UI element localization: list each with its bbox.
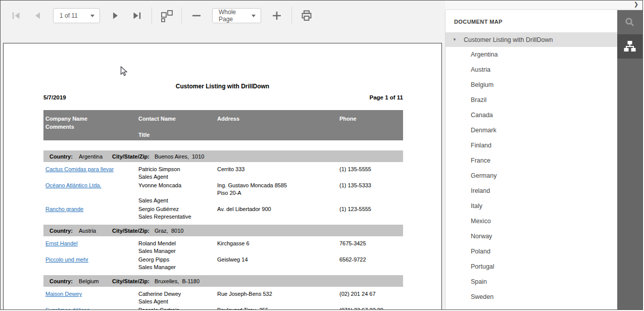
document-map-title: DOCUMENT MAP (445, 10, 618, 32)
band-city-label: City/State/Zip: (112, 228, 155, 234)
docmap-item-germany[interactable]: Germany (445, 168, 618, 183)
address-cell: Cerrito 333 (215, 166, 337, 181)
last-page-button[interactable] (126, 7, 147, 25)
company-drilldown-link[interactable]: Ernst Handel (45, 240, 78, 246)
contact-cell: Roland MendelSales Manager (136, 240, 215, 255)
print-button[interactable] (296, 7, 317, 25)
contact-line: Sales Agent (138, 298, 215, 305)
contact-line: Sales Agent (138, 173, 215, 181)
report-header-row: 5/7/2019 Page 1 of 11 (43, 94, 403, 100)
previous-page-button[interactable] (27, 7, 48, 25)
address-cell: Geislweg 14 (215, 256, 337, 271)
address-line: Av. del Libertador 900 (217, 205, 337, 213)
docmap-root-label: Customer Listing with DrillDown (464, 36, 553, 43)
contact-cell: Sergio GutiérrezSales Representative (136, 205, 215, 221)
zoom-selector-dropdown[interactable]: Whole Page (212, 8, 261, 23)
customer-row: Rancho grandeSergio GutiérrezSales Repre… (43, 205, 403, 221)
document-map-button[interactable] (617, 34, 642, 59)
company-drilldown-link[interactable]: Maison Dewey (45, 291, 82, 297)
docmap-item-mexico[interactable]: Mexico (445, 214, 618, 229)
multipage-view-button[interactable] (156, 7, 177, 25)
address-line: Piso 20-A (217, 189, 337, 197)
docmap-item-ireland[interactable]: Ireland (445, 183, 618, 198)
search-panel-button[interactable] (617, 10, 642, 34)
company-drilldown-link[interactable]: Rancho grande (45, 206, 83, 212)
column-header-phone: Phone (337, 115, 403, 139)
phone-cell: (071) 23 67 22 20 (337, 306, 403, 310)
docmap-item-france[interactable]: France (445, 153, 618, 168)
company-drilldown-link[interactable]: Cactus Comidas para llevar (45, 166, 114, 172)
band-country-label: Country: (49, 228, 79, 234)
page-selector-dropdown[interactable]: 1 of 11 (53, 8, 100, 23)
zoom-out-button[interactable] (186, 7, 207, 25)
docmap-item-brazil[interactable]: Brazil (445, 92, 618, 108)
company-cell: Maison Dewey (43, 290, 136, 305)
report-page-info: Page 1 of 11 (370, 94, 403, 100)
dropdown-caret-icon (252, 15, 256, 17)
last-page-icon (131, 11, 142, 21)
band-city-value: Bruxelles, B-1180 (155, 278, 403, 284)
toolbar-separator (291, 7, 292, 24)
zoom-selector-value: Whole Page (219, 9, 247, 23)
customer-row: Cactus Comidas para llevarPatricio Simps… (43, 166, 403, 181)
report-body: 5/7/2019 Page 1 of 11 Company Name Comme… (43, 94, 403, 310)
next-page-button[interactable] (105, 7, 126, 25)
docmap-item-denmark[interactable]: Denmark (445, 123, 618, 138)
customer-row: Ernst HandelRoland MendelSales ManagerKi… (43, 240, 403, 255)
docmap-item-austria[interactable]: Austria (445, 62, 618, 77)
company-cell: Océano Atlántico Ltda. (43, 182, 136, 204)
docmap-root-item[interactable]: ▼ Customer Listing with DrillDown (445, 32, 618, 47)
docmap-item-belgium[interactable]: Belgium (445, 77, 618, 92)
address-line: Geislweg 14 (217, 256, 337, 264)
print-icon (301, 10, 313, 22)
zoom-out-icon (191, 11, 202, 21)
docmap-item-spain[interactable]: Spain (445, 274, 618, 289)
band-country-value: Argentina (79, 153, 112, 160)
zoom-in-button[interactable] (266, 7, 287, 25)
contact-line: Sales Representative (138, 213, 215, 221)
report-page: Customer Listing with DrillDown 5/7/2019… (3, 43, 442, 310)
company-drilldown-link[interactable]: Piccolo und mehr (45, 256, 88, 263)
contact-line: Pascale Cartrain (138, 306, 215, 310)
company-cell: Suprêmes délices (43, 306, 136, 310)
customer-row: Suprêmes délicesPascale CartrainBoulevar… (43, 306, 403, 310)
report-viewer-window: 1 of 11 Whole Page Customer Listin (0, 0, 643, 310)
address-cell: Av. del Libertador 900 (215, 205, 337, 221)
address-line: Cerrito 333 (217, 166, 337, 173)
previous-page-icon (32, 11, 43, 21)
toolbar: 1 of 11 Whole Page (1, 1, 445, 31)
multipage-view-icon (160, 9, 173, 22)
phone-cell: 7675-3425 (337, 240, 403, 255)
phone-cell: (1) 123-5555 (337, 205, 403, 221)
column-header-contact: Contact Name Title (136, 115, 215, 139)
page-selector-value: 1 of 11 (60, 12, 78, 19)
search-icon (624, 17, 635, 28)
docmap-item-canada[interactable]: Canada (445, 108, 618, 123)
docmap-item-switzerland[interactable]: Switzerland (445, 304, 618, 309)
company-drilldown-link[interactable]: Suprêmes délices (45, 307, 89, 310)
company-cell: Rancho grande (43, 205, 136, 221)
band-city-label: City/State/Zip: (112, 278, 155, 284)
docmap-item-argentina[interactable]: Argentina (445, 47, 618, 62)
toolbar-separator (181, 7, 182, 24)
dropdown-caret-icon (90, 15, 94, 17)
docmap-item-finland[interactable]: Finland (445, 138, 618, 153)
address-cell: Kirchgasse 6 (215, 240, 337, 255)
panel-top-strip: ❯ (445, 1, 642, 10)
tree-expanded-caret-icon[interactable]: ▼ (453, 37, 458, 42)
table-header: Company Name Comments Contact Name Title… (43, 110, 403, 140)
contact-cell: Pascale Cartrain (136, 306, 215, 310)
docmap-item-sweden[interactable]: Sweden (445, 289, 618, 304)
company-cell: Piccolo und mehr (43, 256, 136, 271)
group-band-austria: Country:AustriaCity/State/Zip:Graz, 8010 (43, 225, 403, 236)
contact-line: Sales Manager (138, 247, 215, 255)
company-drilldown-link[interactable]: Océano Atlántico Ltda. (45, 182, 102, 188)
docmap-item-norway[interactable]: Norway (445, 229, 618, 244)
toolbar-separator (152, 7, 152, 24)
collapse-panel-chevron-icon[interactable]: ❯ (634, 1, 638, 8)
docmap-item-poland[interactable]: Poland (445, 244, 618, 259)
docmap-item-italy[interactable]: Italy (445, 198, 618, 214)
docmap-item-portugal[interactable]: Portugal (445, 259, 618, 274)
first-page-button[interactable] (6, 7, 27, 25)
band-country-value: Austria (79, 228, 112, 234)
